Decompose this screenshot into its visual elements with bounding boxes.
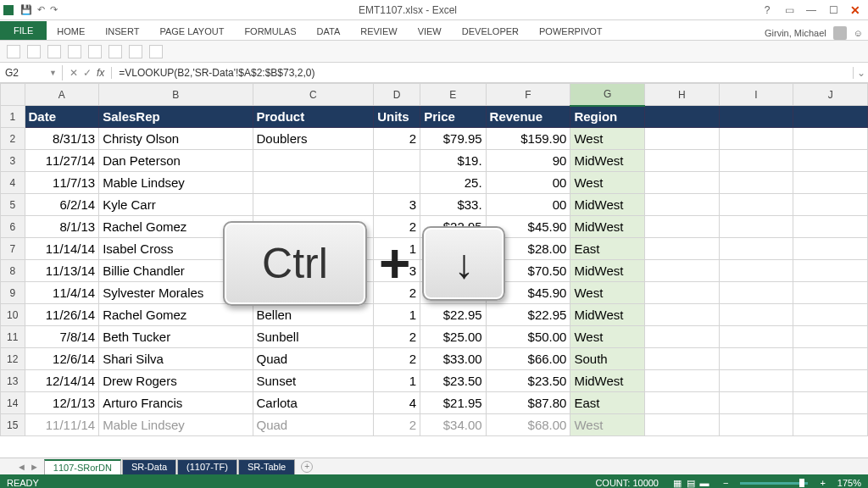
col-head-D[interactable]: D — [374, 84, 420, 106]
cell-D13[interactable]: 1 — [374, 370, 420, 392]
col-head-E[interactable]: E — [420, 84, 486, 106]
cell-G12[interactable]: South — [570, 348, 645, 370]
row-head-13[interactable]: 13 — [1, 370, 25, 392]
cell-F10[interactable]: $22.95 — [486, 304, 570, 326]
avatar[interactable] — [833, 26, 847, 40]
formula-input[interactable]: =VLOOKUP(B2,'SR-Data'!$A$2:$B$73,2,0) — [112, 65, 853, 80]
cell-H6[interactable] — [645, 216, 720, 238]
cell-E11[interactable]: $25.00 — [420, 326, 486, 348]
cell-D14[interactable]: 4 — [374, 392, 420, 414]
view-buttons[interactable]: ▦▤▬ — [670, 478, 711, 489]
header-cell-F[interactable]: Revenue — [486, 106, 570, 128]
cell-C12[interactable]: Quad — [253, 348, 374, 370]
cell-E5[interactable]: $33. — [420, 194, 486, 216]
sheet-tab--1107-tf-[interactable]: (1107-TF) — [177, 459, 237, 474]
col-head-J[interactable]: J — [793, 84, 868, 106]
cell-B5[interactable]: Kyle Carr — [99, 194, 253, 216]
cell-G8[interactable]: MidWest — [570, 260, 645, 282]
cell-J3[interactable] — [793, 150, 868, 172]
cell-A10[interactable]: 11/26/14 — [25, 304, 99, 326]
cell-A11[interactable]: 7/8/14 — [25, 326, 99, 348]
cell-H14[interactable] — [645, 392, 720, 414]
cell-E15[interactable]: $34.00 — [420, 414, 486, 436]
cell-A14[interactable]: 12/1/13 — [25, 392, 99, 414]
cell-H9[interactable] — [645, 282, 720, 304]
row-head-1[interactable]: 1 — [1, 106, 25, 128]
cell-B10[interactable]: Rachel Gomez — [99, 304, 253, 326]
help-icon[interactable]: ? — [758, 4, 776, 16]
col-head-C[interactable]: C — [253, 84, 374, 106]
cell-A15[interactable]: 11/11/14 — [25, 414, 99, 436]
cell-J7[interactable] — [793, 238, 868, 260]
sheet-nav-prev-icon[interactable]: ◄ — [17, 462, 26, 472]
tab-powerpivot[interactable]: POWERPIVOT — [529, 23, 613, 40]
cell-H10[interactable] — [645, 304, 720, 326]
cell-I5[interactable] — [719, 194, 793, 216]
cell-I3[interactable] — [719, 150, 793, 172]
tab-home[interactable]: HOME — [47, 23, 95, 40]
cell-H8[interactable] — [645, 260, 720, 282]
cell-G13[interactable]: MidWest — [570, 370, 645, 392]
cell-H3[interactable] — [645, 150, 720, 172]
cell-I12[interactable] — [719, 348, 793, 370]
cell-J12[interactable] — [793, 348, 868, 370]
cell-C11[interactable]: Sunbell — [253, 326, 374, 348]
cell-D15[interactable]: 2 — [374, 414, 420, 436]
cell-I9[interactable] — [719, 282, 793, 304]
cell-G7[interactable]: East — [570, 238, 645, 260]
tab-formulas[interactable]: FORMULAS — [234, 23, 306, 40]
name-box[interactable]: G2 ▼ — [0, 65, 63, 80]
row-head-14[interactable]: 14 — [1, 392, 25, 414]
cell-G5[interactable]: MidWest — [570, 194, 645, 216]
cell-E14[interactable]: $21.95 — [420, 392, 486, 414]
cell-B11[interactable]: Beth Tucker — [99, 326, 253, 348]
cell-B12[interactable]: Shari Silva — [99, 348, 253, 370]
row-head-6[interactable]: 6 — [1, 216, 25, 238]
cell-A5[interactable]: 6/2/14 — [25, 194, 99, 216]
row-head-15[interactable]: 15 — [1, 414, 25, 436]
cell-H7[interactable] — [645, 238, 720, 260]
cell-J2[interactable] — [793, 128, 868, 150]
cell-B2[interactable]: Christy Olson — [99, 128, 253, 150]
row-head-10[interactable]: 10 — [1, 304, 25, 326]
expand-formula-icon[interactable]: ⌄ — [853, 67, 868, 79]
cell-H11[interactable] — [645, 326, 720, 348]
cell-B15[interactable]: Mable Lindsey — [99, 414, 253, 436]
header-cell-H[interactable] — [645, 106, 720, 128]
cell-G10[interactable]: MidWest — [570, 304, 645, 326]
cell-F13[interactable]: $23.50 — [486, 370, 570, 392]
select-all-corner[interactable] — [1, 84, 25, 106]
tab-insert[interactable]: INSERT — [95, 23, 149, 40]
cell-J5[interactable] — [793, 194, 868, 216]
cell-I7[interactable] — [719, 238, 793, 260]
cell-E3[interactable]: $19. — [420, 150, 486, 172]
tool-7[interactable] — [129, 45, 142, 58]
cell-A7[interactable]: 11/14/14 — [25, 238, 99, 260]
cell-F12[interactable]: $66.00 — [486, 348, 570, 370]
cell-B13[interactable]: Drew Rogers — [99, 370, 253, 392]
cell-F5[interactable]: 00 — [486, 194, 570, 216]
cell-D5[interactable]: 3 — [374, 194, 420, 216]
cell-F3[interactable]: 90 — [486, 150, 570, 172]
undo-icon[interactable]: ↶ — [37, 4, 45, 15]
cell-E2[interactable]: $79.95 — [420, 128, 486, 150]
cell-B3[interactable]: Dan Peterson — [99, 150, 253, 172]
cell-G3[interactable]: MidWest — [570, 150, 645, 172]
cancel-icon[interactable]: ✕ — [70, 67, 78, 79]
cell-A9[interactable]: 11/4/14 — [25, 282, 99, 304]
ribbon-options-icon[interactable]: ▭ — [780, 4, 798, 16]
cell-H12[interactable] — [645, 348, 720, 370]
cell-E12[interactable]: $33.00 — [420, 348, 486, 370]
tab-developer[interactable]: DEVELOPER — [452, 23, 529, 40]
zoom-slider[interactable] — [740, 482, 808, 485]
cell-D11[interactable]: 2 — [374, 326, 420, 348]
cell-C3[interactable] — [253, 150, 374, 172]
sheet-tab-sr-table[interactable]: SR-Table — [238, 459, 295, 474]
cell-I10[interactable] — [719, 304, 793, 326]
cell-E4[interactable]: 25. — [420, 172, 486, 194]
row-head-12[interactable]: 12 — [1, 348, 25, 370]
cell-G4[interactable]: West — [570, 172, 645, 194]
cell-A6[interactable]: 8/1/13 — [25, 216, 99, 238]
cell-E13[interactable]: $23.50 — [420, 370, 486, 392]
tab-view[interactable]: VIEW — [408, 23, 452, 40]
